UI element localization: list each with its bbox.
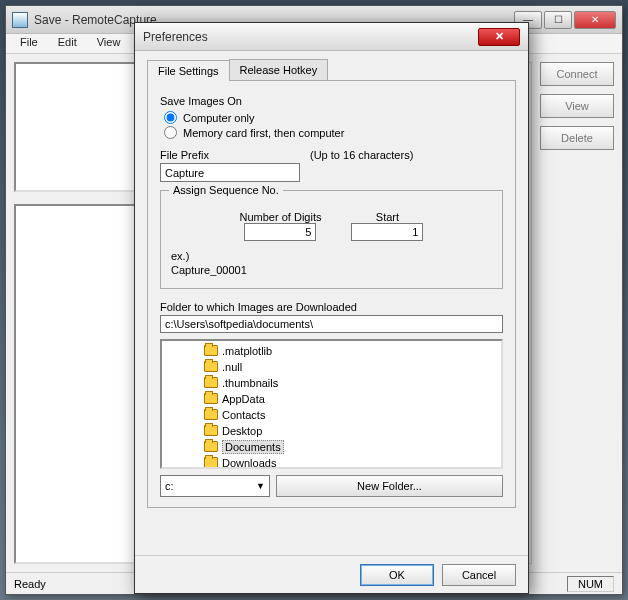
radio-computer-only-label: Computer only bbox=[183, 112, 255, 124]
tree-item-label: Documents bbox=[222, 440, 284, 454]
tree-item[interactable]: .matplotlib bbox=[164, 343, 499, 359]
radio-computer-only[interactable]: Computer only bbox=[164, 111, 503, 124]
sequence-example: ex.) Capture_00001 bbox=[171, 249, 492, 278]
tree-item-label: AppData bbox=[222, 393, 265, 405]
radio-memory-first-input[interactable] bbox=[164, 126, 177, 139]
tree-item[interactable]: Documents bbox=[164, 439, 499, 455]
file-prefix-label: File Prefix bbox=[160, 149, 310, 161]
tree-item[interactable]: Contacts bbox=[164, 407, 499, 423]
start-input[interactable] bbox=[351, 223, 423, 241]
sequence-group: Assign Sequence No. Number of Digits Sta… bbox=[160, 190, 503, 289]
close-button[interactable]: ✕ bbox=[574, 11, 616, 29]
drive-value: c: bbox=[165, 480, 174, 492]
start-label: Start bbox=[376, 211, 399, 223]
folder-label: Folder to which Images are Downloaded bbox=[160, 301, 503, 313]
tab-release-hotkey[interactable]: Release Hotkey bbox=[229, 59, 329, 80]
tree-item-label: Desktop bbox=[222, 425, 262, 437]
window-controls: — ☐ ✕ bbox=[514, 11, 616, 29]
dialog-title: Preferences bbox=[143, 30, 478, 44]
folder-icon bbox=[204, 377, 218, 388]
folder-icon bbox=[204, 425, 218, 436]
new-folder-button[interactable]: New Folder... bbox=[276, 475, 503, 497]
dialog-titlebar: Preferences ✕ bbox=[135, 23, 528, 51]
folder-icon bbox=[204, 441, 218, 452]
tree-item-label: Downloads bbox=[222, 457, 276, 469]
tab-content: Save Images On Computer only Memory card… bbox=[147, 81, 516, 508]
radio-memory-first[interactable]: Memory card first, then computer bbox=[164, 126, 503, 139]
menu-file[interactable]: File bbox=[10, 34, 48, 53]
tree-item[interactable]: Desktop bbox=[164, 423, 499, 439]
tree-item-label: .matplotlib bbox=[222, 345, 272, 357]
tree-item[interactable]: .thumbnails bbox=[164, 375, 499, 391]
status-num: NUM bbox=[567, 576, 614, 592]
menu-view[interactable]: View bbox=[87, 34, 131, 53]
tab-file-settings[interactable]: File Settings bbox=[147, 60, 230, 81]
folder-tree[interactable]: .matplotlib.null.thumbnailsAppDataContac… bbox=[160, 339, 503, 469]
radio-computer-only-input[interactable] bbox=[164, 111, 177, 124]
folder-icon bbox=[204, 361, 218, 372]
tree-item-label: .null bbox=[222, 361, 242, 373]
dialog-footer: OK Cancel bbox=[135, 555, 528, 593]
tabs-bar: File Settings Release Hotkey bbox=[147, 59, 516, 81]
dialog-body: File Settings Release Hotkey Save Images… bbox=[135, 51, 528, 555]
folder-icon bbox=[204, 345, 218, 356]
dialog-close-button[interactable]: ✕ bbox=[478, 28, 520, 46]
file-prefix-input[interactable] bbox=[160, 163, 300, 182]
sequence-legend: Assign Sequence No. bbox=[169, 184, 283, 196]
folder-icon bbox=[204, 457, 218, 468]
preferences-dialog: Preferences ✕ File Settings Release Hotk… bbox=[134, 22, 529, 594]
view-button[interactable]: View bbox=[540, 94, 614, 118]
connect-button[interactable]: Connect bbox=[540, 62, 614, 86]
tree-item[interactable]: .null bbox=[164, 359, 499, 375]
list-panel bbox=[14, 204, 154, 564]
radio-memory-first-label: Memory card first, then computer bbox=[183, 127, 344, 139]
tree-item-label: Contacts bbox=[222, 409, 265, 421]
folder-icon bbox=[204, 393, 218, 404]
status-ready: Ready bbox=[14, 578, 46, 590]
delete-button[interactable]: Delete bbox=[540, 126, 614, 150]
chevron-down-icon: ▼ bbox=[256, 481, 265, 491]
app-icon bbox=[12, 12, 28, 28]
drive-select[interactable]: c: ▼ bbox=[160, 475, 270, 497]
file-prefix-hint: (Up to 16 characters) bbox=[310, 149, 413, 161]
digits-label: Number of Digits bbox=[240, 211, 322, 223]
example-label: ex.) bbox=[171, 249, 492, 263]
example-value: Capture_00001 bbox=[171, 263, 492, 277]
thumbnail-panel bbox=[14, 62, 154, 192]
folder-icon bbox=[204, 409, 218, 420]
menu-edit[interactable]: Edit bbox=[48, 34, 87, 53]
ok-button[interactable]: OK bbox=[360, 564, 434, 586]
right-buttons: Connect View Delete bbox=[540, 62, 614, 158]
tree-item[interactable]: AppData bbox=[164, 391, 499, 407]
cancel-button[interactable]: Cancel bbox=[442, 564, 516, 586]
tree-item-label: .thumbnails bbox=[222, 377, 278, 389]
tree-item[interactable]: Downloads bbox=[164, 455, 499, 469]
save-images-label: Save Images On bbox=[160, 95, 503, 107]
digits-input[interactable] bbox=[244, 223, 316, 241]
folder-path-input[interactable] bbox=[160, 315, 503, 333]
maximize-button[interactable]: ☐ bbox=[544, 11, 572, 29]
